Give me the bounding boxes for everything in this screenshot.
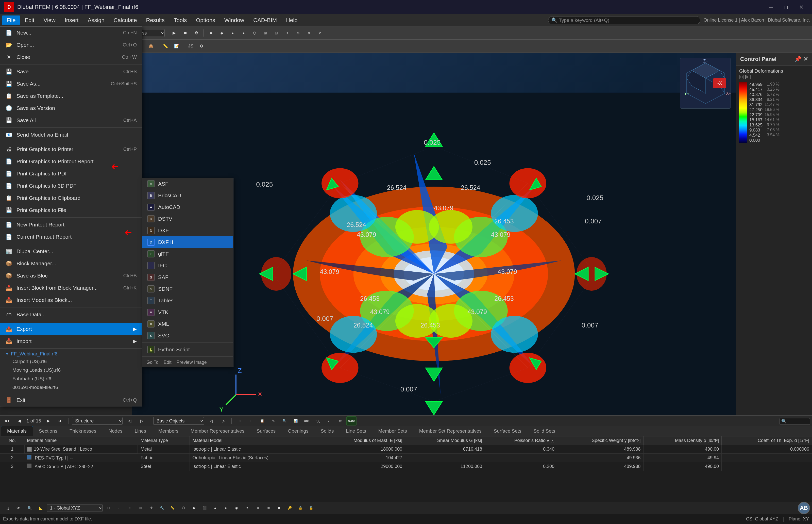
- menu-print-printer[interactable]: 🖨 Print Graphics to Printer Ctrl+P: [0, 143, 142, 155]
- btn-first[interactable]: ⏮: [2, 416, 12, 426]
- basic-objects-select[interactable]: Basic Objects: [153, 417, 204, 425]
- menu-base-data[interactable]: 🗃 Base Data...: [0, 309, 142, 321]
- export-asf[interactable]: A ASF: [142, 178, 233, 190]
- bnb-v13[interactable]: ◉: [232, 504, 241, 512]
- tb-run[interactable]: ▶: [169, 29, 179, 37]
- recent-fahrbahn[interactable]: Fahrbahn (US).rf6: [0, 375, 142, 383]
- bnb-v3[interactable]: ↕: [125, 504, 135, 512]
- tab-materials[interactable]: Materials: [1, 426, 33, 436]
- goto-label[interactable]: Go To: [147, 360, 158, 365]
- tb-b8[interactable]: ✦: [282, 29, 292, 37]
- menu-send-email[interactable]: 📧 Send Model via Email: [0, 129, 142, 141]
- menu-open[interactable]: 📂 Open... Ctrl+O: [0, 39, 142, 51]
- tt-calc[interactable]: 0.00: [346, 416, 356, 426]
- export-ifc[interactable]: I IFC: [142, 260, 233, 272]
- menu-save-bloc[interactable]: 📦 Save as Bloc Ctrl+B: [0, 269, 142, 282]
- btn-last[interactable]: ⏭: [55, 416, 66, 426]
- tb2-js[interactable]: ⚙: [197, 42, 206, 51]
- tab-openings[interactable]: Openings: [282, 426, 315, 436]
- tt-b5[interactable]: 🔍: [280, 416, 289, 426]
- bnb-v4[interactable]: ⊞: [135, 504, 146, 512]
- tb-b6[interactable]: ⊞: [260, 29, 271, 37]
- menu-window[interactable]: Window: [220, 16, 249, 25]
- menu-insert-model[interactable]: 📥 Insert Model as Block...: [0, 294, 142, 306]
- menu-help[interactable]: Help: [282, 16, 302, 25]
- tab-surface-sets[interactable]: Surface Sets: [488, 426, 527, 436]
- menu-save-template[interactable]: 📋 Save as Template...: [0, 90, 142, 102]
- bnb-v12[interactable]: ●: [221, 504, 231, 512]
- menu-dlubal-center[interactable]: 🏢 Dlubal Center...: [0, 245, 142, 258]
- tt-b10[interactable]: ⊛: [335, 416, 345, 426]
- tb-b5[interactable]: ⬡: [250, 29, 259, 37]
- tb2-hide[interactable]: 🙈: [146, 42, 156, 51]
- recent-carport[interactable]: Carport (US).rf6: [0, 357, 142, 366]
- menu-calculate[interactable]: Calculate: [109, 16, 141, 25]
- tt-b6[interactable]: 📊: [290, 416, 301, 426]
- menu-print-report[interactable]: 📄 Print Graphics to Printout Report: [0, 155, 142, 167]
- btn-prev[interactable]: ◀: [14, 416, 24, 426]
- search-bar[interactable]: 🔍 Type a keyword (Alt+Q): [548, 16, 700, 24]
- tab-members[interactable]: Members: [152, 426, 185, 436]
- tb-b9[interactable]: ⊕: [293, 29, 303, 37]
- tab-thicknesses[interactable]: Thicknesses: [64, 426, 102, 436]
- menu-import[interactable]: 📥 Import ▶: [0, 335, 142, 347]
- btn-next[interactable]: ▶: [43, 416, 53, 426]
- menu-results[interactable]: Results: [141, 16, 169, 25]
- close-button[interactable]: ✕: [795, 2, 808, 12]
- export-sdnf[interactable]: S SDNF: [142, 283, 233, 295]
- menu-edit[interactable]: Edit: [20, 16, 39, 25]
- maximize-button[interactable]: □: [779, 2, 793, 12]
- bnb-b4[interactable]: 📐: [35, 504, 46, 512]
- coord-system-select[interactable]: 1 - Global XYZ: [47, 504, 102, 512]
- menu-print-file[interactable]: 💾 Print Graphics to File: [0, 204, 142, 216]
- edit-label[interactable]: Edit: [164, 360, 171, 365]
- tb-b3[interactable]: ▲: [227, 29, 238, 37]
- bnb-v19[interactable]: 🔒: [295, 504, 305, 512]
- menu-new[interactable]: 📄 New... Ctrl+N: [0, 27, 142, 39]
- menu-save-all[interactable]: 💾 Save All Ctrl+A: [0, 114, 142, 127]
- recent-001591[interactable]: 001591-model-file.rf6: [0, 383, 142, 392]
- tab-solids[interactable]: Solids: [315, 426, 340, 436]
- export-python[interactable]: 🐍 Python Script: [142, 344, 233, 356]
- bnb-v11[interactable]: ▲: [210, 504, 220, 512]
- menu-export[interactable]: 📤 Export ▶: [0, 323, 142, 335]
- menu-file[interactable]: File: [2, 16, 20, 25]
- export-tables[interactable]: T Tables: [142, 295, 233, 307]
- export-dstv[interactable]: D DSTV: [142, 213, 233, 225]
- bnb-v1[interactable]: ⊡: [103, 504, 114, 512]
- recent-moving[interactable]: Moving Loads (US).rf6: [0, 366, 142, 375]
- menu-print-clipboard[interactable]: 📋 Print Graphics to Clipboard: [0, 192, 142, 204]
- tb2-annotate[interactable]: 📝: [171, 42, 182, 51]
- panel-pin[interactable]: 📌: [795, 56, 801, 63]
- export-vtk[interactable]: V VTK: [142, 307, 233, 318]
- bnb-v10[interactable]: ⬛: [200, 504, 209, 512]
- btn-basic-next[interactable]: ▷: [218, 416, 229, 426]
- menu-insert-block[interactable]: 📥 Insert Block from Block Manager... Ctr…: [0, 282, 142, 294]
- bnb-b3[interactable]: 🔍: [24, 504, 34, 512]
- export-dxf[interactable]: D DXF: [142, 225, 233, 236]
- bnb-v16[interactable]: ⊕: [264, 504, 273, 512]
- tb-b10[interactable]: ⊗: [304, 29, 314, 37]
- bnb-v14[interactable]: ✦: [242, 504, 252, 512]
- menu-save[interactable]: 💾 Save Ctrl+S: [0, 65, 142, 78]
- tb-settings[interactable]: ⚙: [191, 29, 202, 37]
- tt-b2[interactable]: ⊟: [246, 416, 256, 426]
- tab-nodes[interactable]: Nodes: [102, 426, 129, 436]
- tb2-measure[interactable]: 📏: [160, 42, 170, 51]
- menu-close[interactable]: ✕ Close Ctrl+W: [0, 51, 142, 63]
- export-saf[interactable]: S SAF: [142, 272, 233, 283]
- bnb-v5[interactable]: ✛: [146, 504, 156, 512]
- bnb-v17[interactable]: ■: [274, 504, 284, 512]
- bnb-v2[interactable]: ↔: [114, 504, 124, 512]
- menu-insert[interactable]: Insert: [60, 16, 83, 25]
- menu-block-manager[interactable]: 📦 Block Manager...: [0, 258, 142, 269]
- tt-b3[interactable]: 📋: [257, 416, 267, 426]
- tb-b1[interactable]: ■: [206, 29, 216, 37]
- minimize-button[interactable]: ─: [764, 2, 778, 12]
- bnb-v18[interactable]: 🔑: [285, 504, 295, 512]
- structure-select[interactable]: Structure: [72, 417, 122, 425]
- menu-exit[interactable]: 🚪 Exit Ctrl+Q: [0, 394, 142, 406]
- menu-tools[interactable]: Tools: [169, 16, 191, 25]
- export-dxf2[interactable]: D DXF II: [142, 236, 233, 248]
- menu-save-version[interactable]: 🕒 Save as Version: [0, 102, 142, 114]
